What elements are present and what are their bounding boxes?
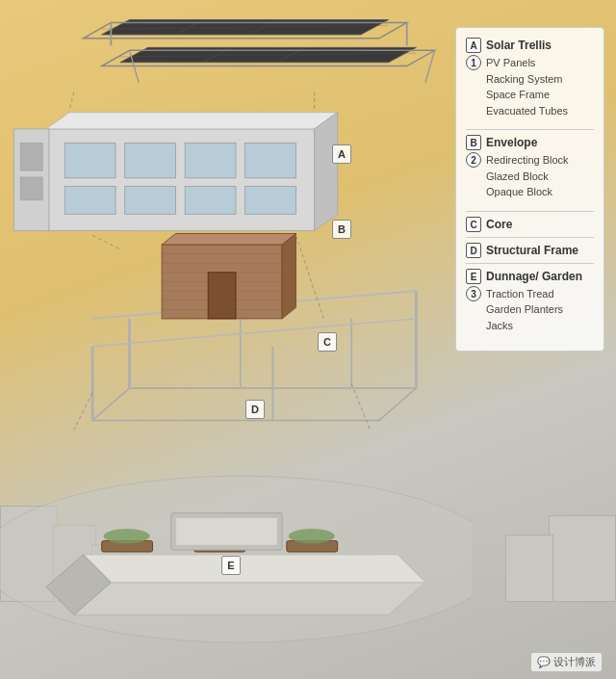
legend-number-2: 2	[466, 152, 481, 168]
legend-section-e: E Dunnage/ Garden	[466, 269, 594, 284]
legend-2-item-3: Opaque Block	[486, 184, 569, 200]
legend-number-3: 3	[466, 286, 481, 301]
svg-rect-48	[20, 177, 42, 200]
legend-1-item-4: Evacuated Tubes	[486, 103, 568, 119]
legend-3-item-1: Traction Tread	[486, 286, 563, 302]
legend-letter-c: C	[466, 217, 481, 232]
legend-number-2-row: 2 Redirecting Block Glazed Block Opaque …	[466, 152, 594, 206]
legend-number-1-row: 1 PV Panels Racking System Space Frame E…	[466, 55, 594, 124]
svg-line-66	[295, 235, 323, 318]
divider-1	[466, 129, 594, 130]
svg-point-9	[289, 529, 335, 543]
svg-marker-1	[74, 583, 425, 615]
main-container: A B C D E A Solar Trellis 1 PV Panels Ra…	[0, 0, 616, 679]
svg-marker-32	[162, 233, 295, 245]
svg-rect-38	[185, 143, 236, 178]
svg-line-63	[69, 91, 74, 110]
label-E: E	[221, 556, 241, 575]
wechat-icon: 💬	[537, 656, 551, 668]
legend-section-d: D Structural Frame	[466, 243, 594, 258]
legend-number-3-row: 3 Traction Tread Garden Planters Jacks	[466, 286, 594, 340]
legend-3-items: Traction Tread Garden Planters Jacks	[486, 286, 563, 334]
legend-d-title: Structural Frame	[486, 244, 578, 257]
legend-section-b: B Envelope	[466, 135, 594, 150]
legend-3-item-3: Jacks	[486, 318, 563, 334]
arch-diagram-svg	[0, 0, 472, 679]
svg-rect-39	[245, 143, 296, 178]
svg-rect-11	[176, 517, 278, 545]
label-A: A	[332, 144, 351, 164]
svg-marker-33	[282, 233, 295, 318]
svg-marker-45	[315, 113, 338, 231]
svg-rect-41	[125, 186, 176, 214]
bg-building	[549, 515, 616, 602]
divider-3	[466, 237, 594, 238]
bg-building	[505, 535, 553, 602]
svg-rect-36	[64, 143, 116, 178]
legend-b-title: Envelope	[486, 136, 537, 149]
svg-marker-2	[83, 555, 424, 583]
legend-1-item-2: Racking System	[486, 71, 568, 88]
svg-rect-40	[64, 186, 116, 214]
divider-4	[466, 263, 594, 264]
svg-point-7	[104, 529, 150, 543]
svg-marker-44	[46, 113, 338, 129]
legend-number-1: 1	[466, 55, 481, 70]
wechat-watermark: 💬 设计博派	[531, 653, 602, 671]
svg-line-65	[92, 235, 120, 248]
legend-c-title: Core	[486, 218, 512, 231]
legend-1-items: PV Panels Racking System Space Frame Eva…	[486, 55, 568, 118]
legend-letter-b: B	[466, 135, 481, 150]
label-C: C	[318, 332, 337, 352]
svg-line-20	[92, 319, 416, 347]
legend-letter-d: D	[466, 243, 481, 258]
svg-line-68	[351, 383, 370, 430]
svg-rect-34	[208, 273, 236, 319]
legend-section-c: C Core	[466, 217, 594, 232]
divider-2	[466, 211, 594, 212]
svg-rect-47	[20, 143, 42, 170]
svg-line-67	[74, 393, 92, 430]
label-B: B	[332, 220, 351, 239]
legend-a-title: Solar Trellis	[486, 39, 552, 52]
legend-2-items: Redirecting Block Glazed Block Opaque Bl…	[486, 152, 569, 200]
legend-2-item-1: Redirecting Block	[486, 152, 569, 169]
svg-rect-42	[185, 186, 236, 214]
legend-3-item-2: Garden Planters	[486, 301, 563, 318]
legend-box: A Solar Trellis 1 PV Panels Racking Syst…	[455, 27, 604, 352]
svg-rect-43	[245, 186, 296, 214]
legend-letter-a: A	[466, 38, 481, 53]
legend-2-item-2: Glazed Block	[486, 169, 569, 185]
legend-1-item-1: PV Panels	[486, 55, 568, 71]
wechat-text: 设计博派	[553, 655, 596, 669]
label-D: D	[245, 400, 265, 419]
svg-rect-37	[125, 143, 176, 178]
legend-letter-e: E	[466, 269, 481, 284]
legend-1-item-3: Space Frame	[486, 87, 568, 103]
legend-section-a: A Solar Trellis	[466, 38, 594, 53]
legend-e-title: Dunnage/ Garden	[486, 270, 582, 283]
